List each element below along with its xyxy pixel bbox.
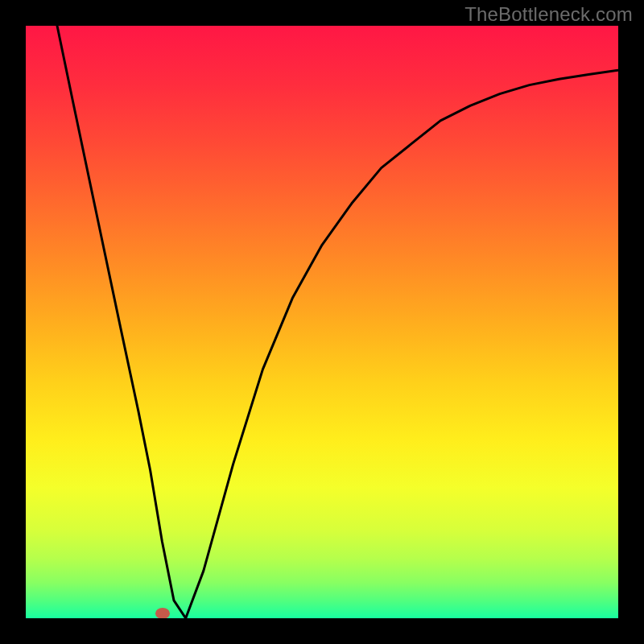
optimal-point-marker [155,608,170,618]
watermark-text: TheBottleneck.com [464,3,633,26]
plot-area [26,26,618,618]
bottleneck-curve [26,26,618,618]
chart-frame: TheBottleneck.com [0,0,644,644]
